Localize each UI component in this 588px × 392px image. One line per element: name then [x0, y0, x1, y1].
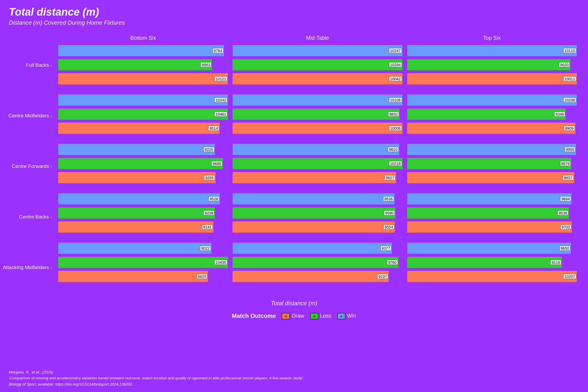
- legend-draw: a Draw: [282, 313, 304, 319]
- bar-bar-loss: 9832: [233, 109, 400, 120]
- bar-row-win: 10286: [407, 94, 577, 106]
- bar-bar-draw: 9702: [407, 221, 572, 233]
- bar-bar-loss: 9698: [58, 158, 223, 169]
- position-group-centre-forwards: 922596989265: [58, 143, 228, 184]
- position-group-centre-backs: 969495389702: [407, 192, 577, 233]
- position-group-full-backs: 102471028410042: [233, 44, 402, 85]
- bar-row-loss: 10218: [233, 157, 402, 170]
- bar-bar-loss: 10284: [233, 59, 402, 70]
- bar-value-label: 9627: [385, 175, 395, 180]
- facet-top-six: 1011096201001110286934899099950967998379…: [405, 44, 579, 291]
- facet-bottom-six: 9764906310121102421048195149225969892659…: [56, 44, 230, 291]
- bar-row-win: 10242: [58, 94, 228, 106]
- bar-bar-draw: 10207: [407, 271, 577, 282]
- bar-row-draw: 10006: [233, 122, 402, 135]
- bar-bar-win: 10247: [233, 45, 402, 56]
- bar-value-label: 9950: [564, 147, 575, 152]
- position-group-full-backs: 10110962010011: [407, 44, 577, 85]
- bar-value-label: 10242: [214, 98, 227, 103]
- bar-value-label: 10207: [563, 274, 576, 279]
- bar-row-win: 9764: [58, 44, 228, 57]
- bar-bar-win: 9650: [407, 243, 571, 254]
- bar-bar-win: 9694: [407, 193, 572, 204]
- bar-row-loss: 9118: [407, 256, 577, 269]
- legend-title: Match Outcome: [232, 313, 276, 319]
- bar-row-loss: 10284: [233, 58, 402, 71]
- legend-loss-label: Loss: [320, 313, 331, 319]
- bar-value-label: 9377: [380, 246, 391, 251]
- position-label-centre-forwards: Centre Forwards -: [12, 164, 52, 169]
- bar-bar-win: 9764: [58, 45, 224, 56]
- bar-value-label: 10481: [214, 112, 227, 117]
- bar-row-loss: 9348: [407, 108, 577, 121]
- bar-value-label: 9650: [559, 246, 570, 251]
- position-group-centre-midfielders: 10242104819514: [58, 94, 228, 135]
- bar-bar-win: 10106: [233, 94, 402, 106]
- bar-row-loss: 9698: [58, 157, 228, 170]
- bar-row-draw: 10121: [58, 72, 228, 85]
- bar-row-draw: 9554: [233, 221, 402, 233]
- facet-header-top: Top Six: [405, 35, 579, 41]
- bar-bar-win: 10286: [407, 94, 577, 106]
- bar-row-win: 10106: [233, 94, 402, 106]
- bar-value-label: 9538: [557, 211, 568, 216]
- bar-value-label: 10218: [389, 161, 402, 166]
- bar-row-win: 9528: [58, 192, 228, 205]
- bar-bar-loss: 9118: [407, 257, 562, 268]
- citation-line-2: 'Comparison of running and accelerometry…: [9, 375, 304, 381]
- bar-value-label: 9528: [208, 196, 219, 201]
- bar-value-label: 9265: [204, 175, 215, 180]
- legend-loss: a Loss: [310, 313, 331, 319]
- bar-row-draw: 8825: [58, 270, 228, 283]
- bar-value-label: 9536: [383, 196, 394, 201]
- bar-row-win: 9810: [233, 143, 402, 156]
- bar-bar-loss: 10435: [58, 257, 228, 268]
- legend: Match Outcome a Draw a Loss a Win: [9, 313, 579, 319]
- charts-wrapper: 9764906310121102421048195149225969892659…: [56, 44, 579, 291]
- bar-row-draw: 9837: [407, 171, 577, 184]
- bar-bar-win: 9377: [233, 243, 392, 254]
- facet-headers: Bottom Six Mid-Table Top Six: [56, 35, 579, 41]
- bar-bar-draw: 9909: [407, 123, 575, 134]
- chart-title: Total distance (m): [9, 6, 579, 18]
- bar-row-win: 9950: [407, 143, 577, 156]
- legend-win: a Win: [337, 313, 356, 319]
- bar-row-draw: 9141: [58, 221, 228, 233]
- bar-value-label: 9764: [213, 48, 223, 53]
- bar-row-loss: 9538: [407, 206, 577, 219]
- bar-bar-draw: 10042: [233, 73, 402, 84]
- bar-row-draw: 9265: [58, 171, 228, 184]
- bar-value-label: 9698: [211, 161, 222, 166]
- bar-bar-loss: 9590: [233, 207, 395, 218]
- bar-row-loss: 9832: [233, 108, 402, 121]
- bar-value-label: 9679: [560, 161, 571, 166]
- legend-win-box: a: [337, 313, 345, 319]
- bar-bar-loss: 10481: [58, 109, 228, 120]
- bar-value-label: 10284: [389, 62, 402, 67]
- facets-row: 9764906310121102421048195149225969892659…: [56, 44, 579, 291]
- facet-mid-table: 1024710284100421010698321000698101021896…: [230, 44, 405, 291]
- bar-row-win: 9650: [407, 242, 577, 255]
- bar-bar-draw: 9514: [58, 123, 220, 134]
- bar-bar-draw: 9837: [407, 172, 574, 183]
- position-label-attacking-midfielders: Attacking Midfielders -: [3, 265, 52, 271]
- bar-row-win: 9536: [233, 192, 402, 205]
- legend-draw-label: Draw: [292, 313, 304, 319]
- bar-value-label: 9514: [208, 126, 219, 131]
- bar-row-win: 9225: [58, 143, 228, 156]
- bar-value-label: 9225: [203, 147, 214, 152]
- bar-row-win: 9377: [233, 242, 402, 255]
- bar-bar-win: 9810: [233, 144, 399, 155]
- bar-row-draw: 9627: [233, 171, 402, 184]
- bar-value-label: 9022: [200, 246, 211, 251]
- position-group-centre-backs: 953695909554: [233, 192, 402, 233]
- bar-bar-draw: 9265: [58, 172, 216, 183]
- bar-row-win: 10110: [407, 44, 577, 57]
- bar-bar-loss: 9063: [58, 59, 212, 70]
- bar-value-label: 10286: [563, 98, 576, 103]
- bar-bar-draw: 10006: [233, 123, 402, 134]
- bar-row-loss: 9620: [407, 58, 577, 71]
- bar-bar-draw: 10121: [58, 73, 228, 84]
- bar-bar-win: 9536: [233, 193, 395, 204]
- citation: Morgans, R., et al., (2025) 'Comparison …: [9, 369, 304, 388]
